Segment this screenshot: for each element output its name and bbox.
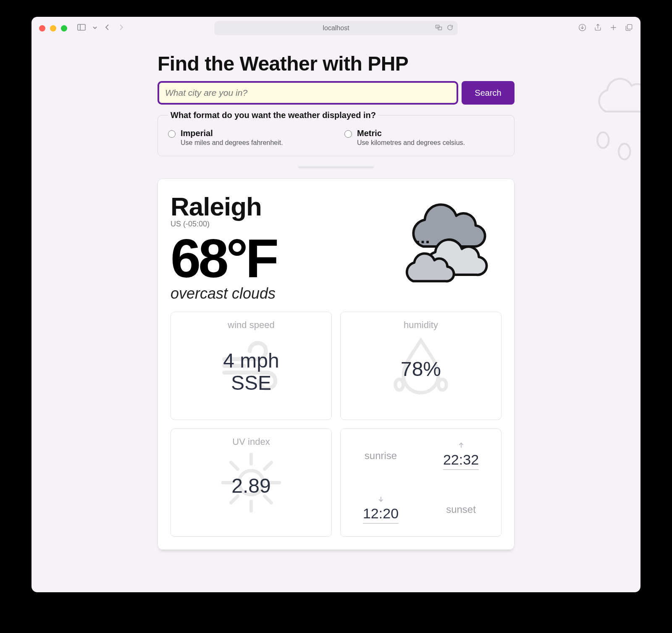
metric-radio[interactable]	[344, 130, 352, 138]
sunset-time: 12:20	[363, 505, 399, 524]
sunrise-label: sunrise	[365, 450, 397, 462]
tabs-icon[interactable]	[625, 24, 633, 33]
temperature: 68°F	[171, 231, 276, 286]
humidity-value: 78%	[401, 358, 441, 381]
maximize-window-button[interactable]	[61, 25, 67, 32]
svg-rect-14	[422, 241, 424, 243]
format-desc: Use miles and degrees fahrenheit.	[181, 139, 283, 147]
format-label: Imperial	[181, 129, 283, 138]
svg-rect-10	[627, 24, 632, 29]
svg-rect-0	[78, 24, 85, 30]
sunrise-arrow-icon	[457, 441, 466, 451]
page-title: Find the Weather with PHP	[158, 52, 514, 75]
window-controls	[39, 25, 67, 32]
weather-card: Raleigh US (-05:00) 68°F overcast clouds	[158, 179, 514, 550]
url-text: localhost	[323, 24, 349, 32]
city-name: Raleigh	[171, 192, 276, 221]
format-label: Metric	[357, 129, 465, 138]
sidebar-toggle-icon[interactable]	[77, 24, 86, 32]
svg-line-25	[265, 462, 271, 469]
uv-tile: UV index 2.89	[171, 428, 332, 537]
imperial-radio[interactable]	[168, 130, 176, 138]
downloads-icon[interactable]	[578, 24, 586, 33]
search-button[interactable]: Search	[462, 81, 514, 105]
share-icon[interactable]	[594, 24, 602, 33]
minimize-window-button[interactable]	[50, 25, 56, 32]
divider	[298, 166, 374, 168]
uv-value: 2.89	[231, 475, 270, 497]
wind-tile: wind speed 4 mph SSE	[171, 312, 332, 420]
svg-point-12	[619, 144, 630, 159]
sunrise-sunset-tile: sunrise 22:32 12:20 sunset	[340, 428, 501, 537]
new-tab-icon[interactable]	[609, 24, 617, 33]
wind-direction: SSE	[223, 372, 279, 394]
format-legend: What format do you want the weather disp…	[168, 110, 378, 120]
format-fieldset: What format do you want the weather disp…	[158, 110, 514, 156]
sunset-label: sunset	[446, 504, 476, 515]
humidity-tile: humidity 78%	[340, 312, 501, 420]
svg-line-23	[231, 462, 238, 469]
forward-button[interactable]	[118, 24, 124, 32]
svg-point-11	[597, 132, 609, 148]
svg-point-17	[438, 379, 446, 390]
overcast-clouds-icon	[396, 192, 501, 298]
translate-icon[interactable]: A	[435, 24, 442, 33]
back-button[interactable]	[104, 24, 111, 32]
city-search-input[interactable]	[158, 81, 458, 105]
format-desc: Use kilometres and degrees celsius.	[357, 139, 465, 147]
svg-rect-15	[426, 241, 429, 243]
browser-window: localhost A Find the Weather with PHP	[32, 17, 640, 592]
close-window-button[interactable]	[39, 25, 45, 32]
sunset-arrow-icon	[376, 495, 386, 504]
wind-value: 4 mph	[223, 350, 279, 372]
svg-point-16	[395, 379, 403, 390]
sunrise-time: 22:32	[443, 452, 479, 470]
format-option-imperial[interactable]: Imperial Use miles and degrees fahrenhei…	[168, 129, 328, 147]
reload-icon[interactable]	[446, 24, 454, 33]
condition-text: overcast clouds	[171, 285, 276, 302]
window-chrome: localhost A	[32, 17, 640, 39]
svg-rect-13	[417, 241, 419, 243]
chevron-down-icon[interactable]	[92, 24, 97, 32]
format-option-metric[interactable]: Metric Use kilometres and degrees celsiu…	[344, 129, 504, 147]
svg-rect-3	[438, 27, 442, 30]
address-bar[interactable]: localhost A	[214, 21, 458, 35]
cloud-rain-decoration-icon	[586, 60, 640, 171]
